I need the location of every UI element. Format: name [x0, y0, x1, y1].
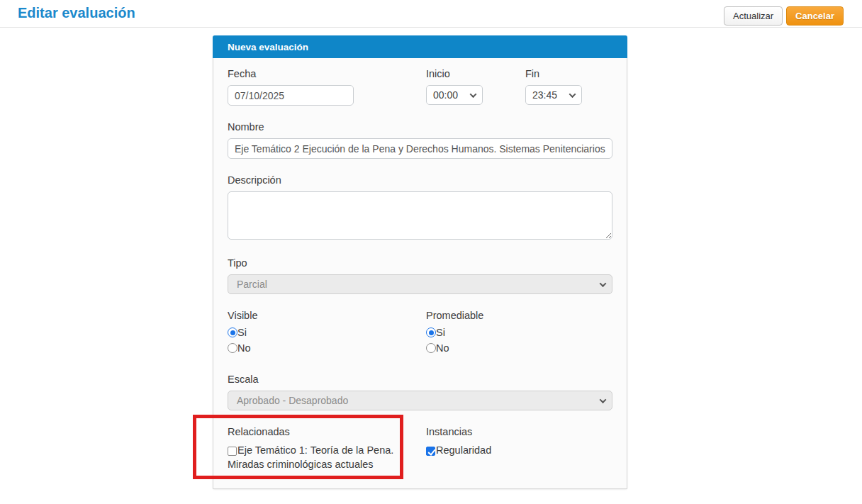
panel-title: Nueva evaluación — [213, 35, 627, 58]
top-action-bar: Actualizar Cancelar — [724, 6, 844, 26]
fecha-label: Fecha — [228, 68, 426, 79]
visible-radio-no[interactable]: No — [228, 342, 426, 354]
promediable-si-label: Si — [436, 327, 445, 338]
escala-label: Escala — [228, 374, 612, 385]
fecha-field-group: Fecha — [228, 68, 426, 106]
escala-selected-value: Aprobado - Desaprobado — [237, 395, 348, 406]
promediable-radio-si[interactable]: Si — [426, 327, 612, 338]
checkbox-checked-icon — [426, 447, 435, 456]
instancias-checkbox-option[interactable]: Regularidad — [426, 443, 595, 457]
relacionadas-option-label: Eje Temático 1: Teoría de la Pena. Mirad… — [228, 444, 393, 470]
nombre-field-group: Nombre — [228, 121, 612, 159]
descripcion-label: Descripción — [228, 174, 612, 186]
promediable-field-group: Promediable Si No — [426, 310, 612, 358]
date-time-row: Fecha Inicio 00:00 Fin 23:45 — [228, 68, 612, 106]
chevron-down-icon — [600, 280, 607, 287]
radio-row: Visible Si No Promediable Si — [228, 310, 612, 358]
visible-label: Visible — [228, 310, 426, 321]
inicio-selected-value: 00:00 — [433, 89, 458, 101]
tipo-field-group: Tipo Parcial — [228, 257, 612, 294]
escala-field-group: Escala Aprobado - Desaprobado — [228, 374, 612, 410]
relacionadas-checkbox-option[interactable]: Eje Temático 1: Teoría de la Pena. Mirad… — [228, 443, 396, 471]
fin-select[interactable]: 23:45 — [525, 85, 582, 105]
inicio-label: Inicio — [426, 68, 525, 79]
page-title: Editar evaluación — [18, 5, 135, 21]
tipo-label: Tipo — [228, 257, 612, 269]
fecha-input[interactable] — [228, 85, 354, 106]
visible-radio-si[interactable]: Si — [228, 327, 426, 338]
visible-no-label: No — [237, 342, 251, 354]
chevron-down-icon — [470, 91, 477, 98]
radio-checked-icon — [228, 327, 237, 337]
radio-checked-icon — [426, 327, 436, 337]
nombre-label: Nombre — [228, 121, 612, 133]
descripcion-field-group: Descripción — [228, 174, 612, 242]
chevron-down-icon — [600, 396, 607, 403]
tipo-selected-value: Parcial — [237, 279, 267, 290]
promediable-radio-no[interactable]: No — [426, 342, 612, 354]
fin-field-group: Fin 23:45 — [525, 68, 612, 106]
checkbox-row: Relacionadas Eje Temático 1: Teoría de l… — [228, 426, 612, 471]
descripcion-textarea[interactable] — [228, 191, 612, 240]
visible-si-label: Si — [237, 327, 247, 338]
fin-label: Fin — [525, 68, 612, 79]
instancias-field-group: Instancias Regularidad — [426, 426, 612, 471]
page: Editar evaluación Actualizar Cancelar Nu… — [0, 0, 862, 504]
update-button[interactable]: Actualizar — [724, 6, 783, 26]
instancias-option-label: Regularidad — [436, 444, 491, 456]
nombre-input[interactable] — [228, 138, 612, 159]
relacionadas-label: Relacionadas — [228, 426, 426, 437]
radio-unchecked-icon — [426, 343, 436, 353]
tipo-select: Parcial — [228, 274, 612, 294]
panel-body: Fecha Inicio 00:00 Fin 23:45 — [213, 58, 627, 489]
inicio-select[interactable]: 00:00 — [426, 85, 483, 105]
visible-field-group: Visible Si No — [228, 310, 426, 358]
escala-select: Aprobado - Desaprobado — [228, 391, 612, 410]
chevron-down-icon — [569, 91, 576, 98]
promediable-no-label: No — [436, 342, 449, 354]
header-divider — [0, 27, 862, 28]
fin-selected-value: 23:45 — [532, 89, 557, 101]
checkbox-unchecked-icon — [228, 447, 237, 456]
promediable-label: Promediable — [426, 310, 612, 321]
cancel-button[interactable]: Cancelar — [786, 6, 844, 26]
relacionadas-field-group: Relacionadas Eje Temático 1: Teoría de l… — [228, 426, 426, 471]
instancias-label: Instancias — [426, 426, 612, 437]
inicio-field-group: Inicio 00:00 — [426, 68, 525, 106]
radio-unchecked-icon — [228, 343, 237, 353]
evaluation-form-panel: Nueva evaluación Fecha Inicio 00:00 Fin — [213, 35, 627, 489]
